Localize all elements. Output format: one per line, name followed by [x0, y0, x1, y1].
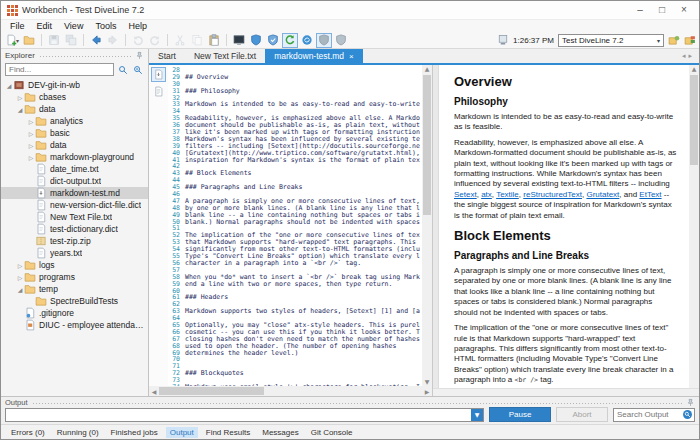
maximize-button[interactable]: □ — [651, 2, 673, 18]
tree-item-markdown-test-md[interactable]: markdown-test.md — [1, 187, 148, 199]
preview-link[interactable]: EtText — [639, 190, 661, 199]
package-shield-button[interactable] — [316, 33, 332, 48]
close-tab-icon[interactable]: × — [349, 52, 354, 61]
expander-icon[interactable]: ◢ — [16, 286, 24, 293]
expander-icon[interactable]: ◢ — [5, 82, 13, 89]
status-tab-messages[interactable]: Messages — [258, 427, 302, 438]
scroll-down-icon[interactable]: ▼ — [422, 378, 432, 386]
expander-icon[interactable]: ▷ — [16, 274, 24, 281]
tree-item-logs[interactable]: ▷logs — [1, 259, 148, 271]
tree-item-temp[interactable]: ◢temp — [1, 283, 148, 295]
database-icon[interactable] — [684, 34, 696, 46]
tree-item-test-zip-zip[interactable]: test-zip.zip — [1, 235, 148, 247]
sync-button[interactable] — [299, 33, 315, 48]
tree-item-data[interactable]: ◢data — [1, 103, 148, 115]
debug-shield-button[interactable] — [248, 33, 264, 48]
open-folder-button[interactable] — [21, 33, 37, 48]
undo-button[interactable] — [130, 33, 146, 48]
refresh-button[interactable] — [282, 33, 298, 48]
tree-item-cbases[interactable]: ▷cbases — [1, 91, 148, 103]
preview-link[interactable]: atx — [481, 190, 492, 199]
tree-item-data[interactable]: ▷data — [1, 139, 148, 151]
scrollbar-thumb[interactable] — [690, 75, 698, 165]
status-tab-errors-0[interactable]: Errors (0) — [7, 427, 49, 438]
connection-icon[interactable] — [668, 34, 680, 46]
environment-select[interactable]: Test DiveLine 7.2 ▾ — [558, 34, 664, 47]
menu-edit[interactable]: Edit — [32, 21, 58, 31]
abort-button[interactable]: Abort — [556, 407, 608, 422]
navigate-back-button[interactable] — [88, 33, 104, 48]
save-all-button[interactable] — [63, 33, 79, 48]
pause-button[interactable]: Pause — [489, 407, 551, 422]
save-button[interactable] — [46, 33, 62, 48]
close-button[interactable]: × — [673, 2, 695, 18]
cut-button[interactable] — [172, 33, 188, 48]
tree-item-date-time-txt[interactable]: date_time.txt — [1, 163, 148, 175]
find-input[interactable] — [5, 63, 114, 76]
search-output-input[interactable] — [614, 409, 682, 421]
tree-item-new-text-file-txt[interactable]: New Text File.txt — [1, 211, 148, 223]
menu-help[interactable]: Help — [123, 21, 152, 31]
tree-item-gitignore[interactable]: .gitignore — [1, 307, 148, 319]
status-tab-finished-jobs[interactable]: Finished jobs — [107, 427, 162, 438]
tree-item-test-dictionary-dict[interactable]: test-dictionary.dict — [1, 223, 148, 235]
preview-link[interactable]: Grutatext — [586, 190, 619, 199]
search-icon[interactable] — [116, 63, 129, 76]
pin-icon[interactable] — [135, 51, 144, 60]
tree-item-new-version-dict-file-dict[interactable]: new-version-dict-file.dict — [1, 199, 148, 211]
status-tab-git-console[interactable]: Git Console — [307, 427, 357, 438]
tree-item-dev-git-in-wb[interactable]: ◢DEV-git-in-wb — [1, 79, 148, 91]
menu-tools[interactable]: Tools — [90, 21, 121, 31]
expander-icon[interactable]: ▷ — [27, 130, 35, 137]
expander-icon[interactable]: ▷ — [16, 94, 24, 101]
markdown-view-toggle-icon[interactable] — [151, 67, 166, 82]
scroll-right-icon[interactable]: ▶ — [422, 388, 432, 395]
editor-horizontal-scrollbar[interactable]: ◀ ▶ — [149, 386, 432, 396]
preview-vertical-scrollbar[interactable]: ▲ — [689, 65, 699, 388]
tab-start[interactable]: Start — [149, 49, 185, 63]
paste-button[interactable] — [206, 33, 222, 48]
output-command-input[interactable] — [6, 409, 471, 421]
scroll-up-icon[interactable]: ▲ — [689, 65, 699, 73]
scroll-left-icon[interactable]: ◀ — [149, 388, 159, 395]
plain-text-view-icon[interactable] — [151, 84, 166, 99]
preview-link[interactable]: Setext — [454, 190, 477, 199]
status-tab-output[interactable]: Output — [166, 427, 198, 438]
scroll-up-icon[interactable]: ▲ — [422, 65, 432, 73]
tree-item-dict-output-txt[interactable]: dict-output.txt — [1, 175, 148, 187]
package-shield-alt-button[interactable] — [333, 33, 349, 48]
minimize-button[interactable]: – — [629, 2, 651, 18]
tree-item-programs[interactable]: ▷programs — [1, 271, 148, 283]
expander-icon[interactable]: ▷ — [27, 154, 35, 161]
tree-item-spectrebuildtests[interactable]: SpectreBuildTests — [1, 295, 148, 307]
scrollbar-thumb[interactable] — [423, 75, 431, 215]
tab-markdown-test-md[interactable]: markdown-test.md× — [265, 49, 363, 63]
copy-button[interactable] — [189, 33, 205, 48]
check-shield-button[interactable] — [265, 33, 281, 48]
pin-icon[interactable] — [686, 398, 695, 407]
tree-item-basic[interactable]: ▷basic — [1, 127, 148, 139]
menu-view[interactable]: View — [59, 21, 88, 31]
preview-horizontal-scrollbar[interactable] — [433, 388, 699, 396]
command-history-dropdown-icon[interactable]: ▼ — [471, 409, 483, 421]
tab-new-text-file-txt[interactable]: New Text File.txt — [185, 49, 265, 63]
navigate-forward-button[interactable] — [105, 33, 121, 48]
tree-item-diuc-employee-attendance-pptx[interactable]: DIUC - employee attendance.pptx — [1, 319, 148, 331]
preview-link[interactable]: Textile — [496, 190, 519, 199]
console-button[interactable] — [231, 33, 247, 48]
tree-item-years-txt[interactable]: years.txt — [1, 247, 148, 259]
expander-icon[interactable]: ▷ — [27, 142, 35, 149]
editor-vertical-scrollbar[interactable]: ▲ ▼ — [422, 65, 432, 386]
tree-item-markdown-playground[interactable]: ▷markdown-playground — [1, 151, 148, 163]
search-output-icon[interactable] — [682, 409, 694, 420]
expander-icon[interactable]: ▷ — [27, 118, 35, 125]
code-editor[interactable]: 2829## Overview3031### Philosophy3233Mar… — [168, 65, 422, 386]
tree-item-analytics[interactable]: ▷analytics — [1, 115, 148, 127]
expander-icon[interactable]: ▷ — [16, 262, 24, 269]
new-file-button[interactable]: ▾ — [4, 33, 20, 48]
status-tab-find-results[interactable]: Find Results — [202, 427, 254, 438]
preview-link[interactable]: reStructuredText — [523, 190, 582, 199]
expander-icon[interactable]: ◢ — [16, 106, 24, 113]
search-options-icon[interactable] — [131, 63, 144, 76]
menu-file[interactable]: File — [5, 21, 30, 31]
